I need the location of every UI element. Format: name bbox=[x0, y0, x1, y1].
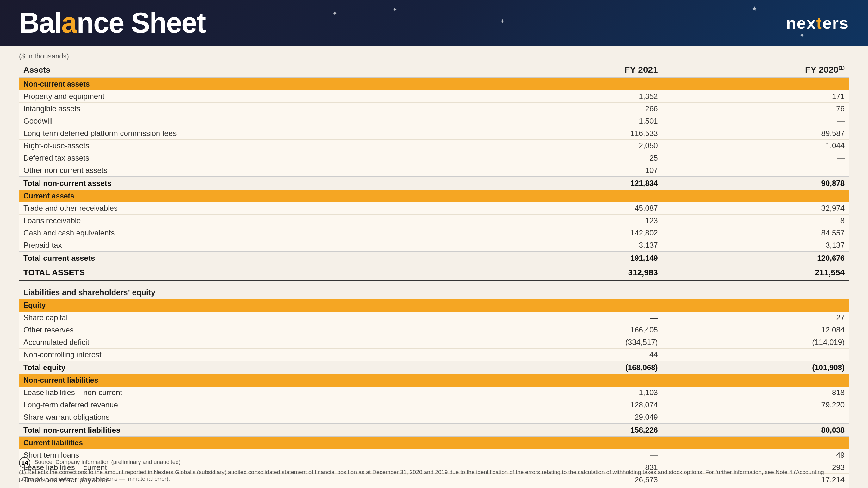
table-row: Non-controlling interest 44 bbox=[19, 348, 849, 361]
table-row: Long-term deferred revenue 128,074 79,22… bbox=[19, 398, 849, 411]
non-current-assets-header: Non-current assets bbox=[19, 78, 849, 90]
balance-sheet-table: Assets FY 2021 FY 2020(1) Non-current as… bbox=[19, 62, 849, 488]
liabilities-title-row: Liabilities and shareholders' equity bbox=[19, 286, 849, 299]
total-non-current-liabilities-row: Total non-current liabilities 158,226 80… bbox=[19, 424, 849, 437]
logo-text: nexters bbox=[786, 13, 849, 33]
table-row: Tax liability 814 306 bbox=[19, 486, 849, 488]
current-assets-header: Current assets bbox=[19, 190, 849, 203]
footer-note: (1) Reflects the corrections to the amou… bbox=[19, 469, 849, 482]
total-assets-row: TOTAL ASSETS 312,983 211,554 bbox=[19, 265, 849, 280]
footer-source: Source: Company information (preliminary… bbox=[34, 459, 180, 465]
page-number: 14 bbox=[19, 457, 30, 468]
table-row: Share capital — 27 bbox=[19, 312, 849, 324]
currency-note: ($ in thousands) bbox=[19, 52, 849, 60]
table-row: Goodwill 1,501 — bbox=[19, 115, 849, 127]
table-row: Accumulated deficit (334,517) (114,019) bbox=[19, 336, 849, 348]
fy2021-header: FY 2021 bbox=[475, 62, 662, 78]
total-non-current-assets-row: Total non-current assets 121,834 90,878 bbox=[19, 177, 849, 190]
page-title: Balance Sheet bbox=[19, 7, 205, 39]
title-suffix: nce Sheet bbox=[76, 7, 205, 38]
table-row: Trade and other receivables 45,087 32,97… bbox=[19, 202, 849, 215]
title-accent: a bbox=[61, 7, 76, 38]
table-row: Deferred tax assets 25 — bbox=[19, 152, 849, 164]
fy2020-header: FY 2020(1) bbox=[662, 62, 849, 78]
main-content: ($ in thousands) Assets FY 2021 FY 2020(… bbox=[0, 46, 868, 488]
table-row: Loans receivable 123 8 bbox=[19, 215, 849, 227]
current-liabilities-header: Current liabilities bbox=[19, 436, 849, 449]
page-header: Balance Sheet nexters bbox=[0, 0, 868, 46]
table-header-row: Assets FY 2021 FY 2020(1) bbox=[19, 62, 849, 78]
equity-header: Equity bbox=[19, 299, 849, 312]
assets-label: Assets bbox=[19, 62, 475, 78]
title-prefix: Bal bbox=[19, 7, 61, 38]
table-row: Share warrant obligations 29,049 — bbox=[19, 411, 849, 424]
table-row: Cash and cash equivalents 142,802 84,557 bbox=[19, 227, 849, 239]
table-row: Long-term deferred platform commission f… bbox=[19, 127, 849, 140]
company-logo: nexters bbox=[786, 13, 849, 33]
table-row: Other reserves 166,405 12,084 bbox=[19, 324, 849, 336]
total-current-assets-row: Total current assets 191,149 120,676 bbox=[19, 252, 849, 265]
table-row: Right-of-use-assets 2,050 1,044 bbox=[19, 140, 849, 152]
table-row: Other non-current assets 107 — bbox=[19, 164, 849, 177]
table-row: Prepaid tax 3,137 3,137 bbox=[19, 239, 849, 252]
table-row: Intangible assets 266 76 bbox=[19, 103, 849, 115]
table-row: Property and equipment 1,352 171 bbox=[19, 90, 849, 103]
spacer bbox=[19, 280, 849, 286]
total-equity-row: Total equity (168,068) (101,908) bbox=[19, 361, 849, 374]
non-current-liabilities-header: Non-current liabilities bbox=[19, 374, 849, 387]
footer-content: 14 Source: Company information (prelimin… bbox=[19, 457, 849, 482]
page-footer: 14 Source: Company information (prelimin… bbox=[19, 457, 849, 482]
table-row: Lease liabilities – non-current 1,103 81… bbox=[19, 387, 849, 399]
